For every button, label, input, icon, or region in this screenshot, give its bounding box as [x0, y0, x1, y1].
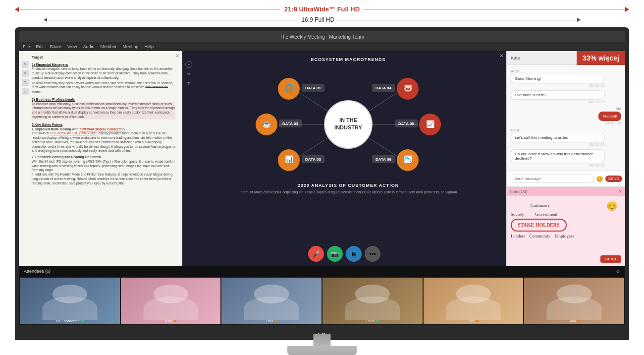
ultrawide-arrow-left — [15, 7, 19, 12]
doc-content: Target 1) Financial Managers Financial m… — [32, 55, 175, 262]
window-title: The Weekly Meeting · Marketing Team — [280, 34, 364, 40]
chat-bubble-3: Present! — [598, 112, 621, 121]
chat-input-area: 😊 SEND — [507, 171, 625, 186]
note-lenders: Lenders — [511, 234, 525, 238]
doc-tool-pen[interactable]: ✏ — [22, 70, 29, 77]
attendee-dot-me — [81, 320, 84, 322]
chat-contact-name: Kate — [511, 56, 520, 60]
attendee-name-sara: Sara — [569, 319, 580, 323]
menu-file[interactable]: File — [23, 44, 30, 49]
note-customers: Customers — [531, 203, 550, 208]
attendees-gear-icon[interactable]: ⚙ — [616, 269, 620, 274]
chat-message-3: Me Present! AM 10: 13 — [598, 107, 621, 125]
svg-text:DATA 04: DATA 04 — [376, 86, 391, 90]
pres-tool-minus[interactable]: − — [185, 89, 192, 96]
attendees-header: Attendees (6) ⚙ — [19, 266, 625, 277]
pres-tool-plus[interactable]: + — [185, 61, 192, 68]
svg-text:📈: 📈 — [426, 120, 435, 128]
chat-time-1: AM 10: 15 — [589, 84, 605, 87]
note-close-button[interactable]: ✕ — [619, 189, 622, 194]
monitor-screen: The Weekly Meeting · Marketing Team File… — [19, 31, 625, 325]
screen-content: The Weekly Meeting · Marketing Team File… — [19, 31, 625, 325]
eco-diagram: IN THE INDUSTRY 🌐 DATA 01 ☕ DATA 02 — [195, 70, 501, 179]
pres-tool-text[interactable]: T — [185, 80, 192, 87]
doc-tool-text[interactable]: T — [22, 79, 29, 86]
note-text: Customers Society Government STAKE HOLDE… — [511, 201, 621, 240]
doc-heading-target: Target — [32, 55, 175, 60]
svg-text:📉: 📉 — [404, 155, 413, 164]
menu-share[interactable]: Share — [50, 44, 61, 49]
menu-view[interactable]: View — [67, 44, 77, 49]
mute-button[interactable]: 🎤 — [308, 246, 324, 262]
video-button[interactable]: 📷 — [327, 246, 343, 262]
attendees-bar: Attendees (6) ⚙ Me / connected — [19, 266, 625, 325]
attendee-name-kate: Kate — [165, 319, 176, 323]
chat-sender-3: Me — [616, 107, 621, 111]
more-badge: 33% więcej — [577, 51, 625, 65]
attendee-name-louis: Louis — [366, 319, 378, 323]
emoji-button[interactable]: 😊 — [596, 176, 603, 182]
doc-text-workspace: To work efficiently, they need a wider w… — [32, 81, 175, 94]
doc-subheading-sales: 3 Key Sales Points — [32, 122, 175, 127]
svg-text:🐷: 🐷 — [404, 84, 413, 92]
fullhd-arrow-right — [577, 18, 581, 22]
note-title: Note (1/3) — [510, 189, 528, 194]
menu-help[interactable]: Help — [145, 44, 154, 49]
doc-toolbar: ↖ ✏ T ○ — [22, 61, 29, 95]
attendee-name-me: Me / connected — [56, 319, 84, 323]
menu-member[interactable]: Member — [100, 44, 116, 49]
chat-send-button[interactable]: SEND — [605, 176, 622, 182]
menu-bar: File Edit Share View Audio Member Meetin… — [19, 42, 625, 51]
svg-text:📊: 📊 — [285, 155, 294, 164]
screen-share-button[interactable]: 🖥 — [346, 246, 362, 262]
note-employees: Employees — [555, 234, 575, 238]
doc-text-point1-body: The 34-inch 21:9 UltraWide FHD (2560x108… — [32, 131, 175, 153]
menu-meeting[interactable]: Meeting — [122, 44, 138, 49]
chat-time-5: AM 10: 16 — [589, 164, 605, 167]
chat-bubble-2: Everyone is here? — [511, 90, 605, 100]
chat-time-3: AM 10: 13 — [605, 121, 621, 125]
doc-text-business: To enhance work efficiency, business pro… — [32, 102, 175, 119]
svg-text:DATA 06: DATA 06 — [376, 157, 391, 162]
chat-message-5: Do you have a view on why this performan… — [511, 149, 605, 167]
attendee-face-louis — [322, 278, 423, 324]
chat-input-field[interactable] — [510, 175, 594, 183]
chat-panel: 33% więcej Kate Kate Good Morning! AM 10… — [506, 51, 625, 266]
monitor-stand-neck — [314, 334, 331, 348]
chat-sender-4: Paul — [511, 128, 605, 132]
doc-close-button[interactable]: ✕ — [175, 53, 179, 59]
call-toolbar: 🎤 📷 🖥 ••• — [308, 246, 380, 262]
note-smiley-icon: 😊 — [606, 201, 617, 212]
doc-subheading-financial: 1) Financial Managers — [32, 62, 175, 67]
chat-bubble-4: Let's call this meeting to order. — [511, 133, 605, 142]
attendee-dot-paul — [274, 320, 277, 322]
doc-tool-cursor[interactable]: ↖ — [22, 61, 29, 68]
ultrawide-arrow-right — [625, 7, 629, 12]
attendee-dot-kate — [174, 320, 176, 322]
note-header: Note (1/3) ✕ — [507, 187, 625, 196]
doc-text-point1-heading: 1. Improved Multi-Tasking with 21:9 Dual… — [32, 127, 175, 132]
pres-tool-pen[interactable]: ✏ — [185, 70, 192, 77]
menu-edit[interactable]: Edit — [36, 44, 44, 49]
pres-content: ECOSYSTEM MACROTRENDS I — [195, 54, 501, 241]
attendee-name-kim: Kim — [468, 319, 478, 323]
doc-text-point2-heading: 2. Enhanced Viewing and Reading On Scree… — [32, 155, 175, 160]
attendee-face-kate — [121, 278, 221, 324]
attendee-video-kate: Kate — [121, 278, 221, 324]
attendee-video-me: Me / connected — [20, 278, 120, 324]
fullhd-label: 16:9 Full HD — [297, 16, 338, 23]
attendee-video-paul: Paul — [221, 278, 322, 324]
note-panel: Note (1/3) ✕ 😊 Customers Society Governm… — [507, 186, 625, 266]
note-send-button[interactable]: SEND — [600, 255, 621, 263]
chat-time-4: AM 10: 15 — [589, 143, 605, 146]
measurements-area: 21:9 UltraWide™ Full HD 16:9 Full HD — [0, 4, 644, 29]
svg-text:DATA 02: DATA 02 — [282, 121, 298, 126]
note-community: Community — [529, 234, 550, 238]
attendee-face-kim — [424, 278, 524, 324]
svg-text:DATA 05: DATA 05 — [398, 121, 414, 126]
menu-audio[interactable]: Audio — [83, 44, 94, 49]
more-options-button[interactable]: ••• — [365, 246, 380, 262]
pres-title: ECOSYSTEM MACROTRENDS — [195, 57, 501, 62]
doc-tool-circle[interactable]: ○ — [22, 88, 29, 95]
attendee-face-paul — [221, 278, 322, 324]
